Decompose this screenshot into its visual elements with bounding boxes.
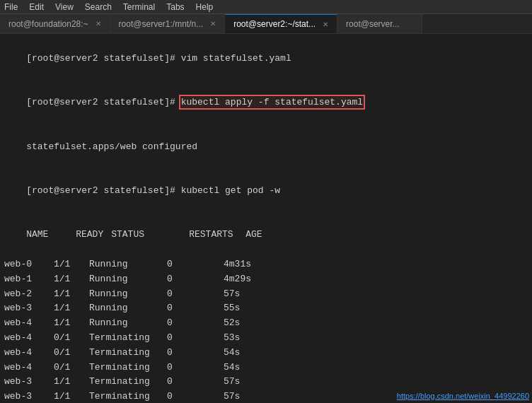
pod-row: web-31/1Running055s	[4, 301, 528, 316]
close-icon[interactable]: ✕	[323, 21, 328, 28]
pod-row: web-11/1Running04m29s	[4, 272, 528, 287]
close-icon[interactable]: ✕	[96, 20, 101, 28]
kubectl-get-command: kubectl get pod -w	[181, 185, 280, 196]
tab-server2-statefulset[interactable]: root@server2:~/stat... ✕	[225, 14, 337, 33]
terminal-line: [root@server2 statefulset]# kubectl get …	[4, 169, 528, 213]
col-name-header: NAME	[26, 228, 76, 243]
col-restarts-header: RESTARTS	[189, 228, 245, 243]
terminal-line: [root@server2 statefulset]# vim stateful…	[4, 37, 528, 81]
menu-search[interactable]: Search	[83, 2, 113, 12]
menubar: File Edit View Search Terminal Tabs Help	[0, 0, 532, 14]
pod-table-header: NAMEREADYSTATUSRESTARTSAGE	[4, 214, 528, 257]
tab-foundation28[interactable]: root@foundation28:~ ✕	[0, 14, 110, 33]
menu-tabs[interactable]: Tabs	[165, 2, 185, 12]
tab-label: root@foundation28:~	[8, 19, 88, 29]
col-ready-header: READY	[76, 228, 111, 243]
kubectl-apply-command: kubectl apply -f statefulset.yaml	[181, 97, 363, 107]
prompt: [root@server2 statefulset]#	[26, 97, 180, 107]
menu-file[interactable]: File	[3, 2, 19, 12]
prompt: [root@server2 statefulset]#	[26, 53, 180, 64]
pod-row: web-21/1Running057s	[4, 287, 528, 302]
tab-label: root@server2:~/stat...	[233, 19, 316, 29]
terminal-output: statefulset.apps/web configured	[4, 125, 528, 169]
watermark[interactable]: https://blog.csdn.net/weixin_44992260	[397, 392, 529, 400]
terminal: [root@server2 statefulset]# vim stateful…	[0, 34, 532, 403]
close-icon[interactable]: ✕	[210, 20, 216, 28]
menu-edit[interactable]: Edit	[28, 2, 45, 12]
tabbar: root@foundation28:~ ✕ root@server1:/mnt/…	[0, 14, 532, 34]
col-status-header: STATUS	[111, 228, 189, 243]
tab-label: root@server1:/mnt/n...	[119, 19, 204, 29]
tab-label: root@server...	[346, 19, 400, 29]
vim-command: vim statefulset.yaml	[181, 53, 291, 64]
pod-row: web-40/1Terminating054s	[4, 361, 528, 375]
output-text: statefulset.apps/web configured	[26, 141, 197, 152]
pod-row: web-40/1Terminating053s	[4, 331, 528, 346]
tab-server-extra[interactable]: root@server...	[337, 14, 422, 33]
menu-terminal[interactable]: Terminal	[122, 2, 156, 12]
prompt: [root@server2 statefulset]#	[26, 185, 180, 196]
pod-row: web-40/1Terminating054s	[4, 346, 528, 361]
terminal-line-highlight: [root@server2 statefulset]# kubectl appl…	[4, 81, 528, 124]
pod-row: web-31/1Terminating057s	[4, 375, 528, 390]
col-age-header: AGE	[245, 228, 262, 243]
tab-server1[interactable]: root@server1:/mnt/n... ✕	[110, 14, 226, 33]
pod-row: web-41/1Running052s	[4, 316, 528, 331]
menu-help[interactable]: Help	[195, 2, 215, 12]
pod-row: web-01/1Running04m31s	[4, 257, 528, 272]
menu-view[interactable]: View	[54, 2, 75, 12]
